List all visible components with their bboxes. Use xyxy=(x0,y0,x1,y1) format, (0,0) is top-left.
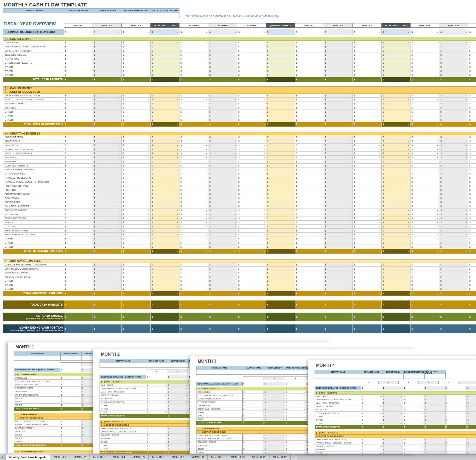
total-row-label[interactable]: TOTAL OPERATING EXPENSES xyxy=(3,249,64,254)
grid-cell[interactable]: $- xyxy=(467,448,476,451)
row-label[interactable]: OTHER xyxy=(100,444,146,447)
grid-cell[interactable]: $- xyxy=(439,263,468,267)
grid-cell[interactable]: $- xyxy=(208,225,237,229)
info-input-cell[interactable] xyxy=(3,13,64,18)
grid-cell[interactable]: $- xyxy=(208,212,237,216)
column-header[interactable]: MONTH 7 xyxy=(295,23,324,28)
grid-cell[interactable]: $- xyxy=(353,77,382,82)
row-label[interactable]: TOTAL COST OF GOODS SOLD xyxy=(14,444,60,448)
grid-cell[interactable]: $- xyxy=(264,401,285,404)
grid-cell[interactable]: $- xyxy=(179,287,208,291)
grid-cell[interactable]: $- xyxy=(424,398,446,401)
grid-cell[interactable]: $- xyxy=(353,118,382,122)
grid-cell[interactable]: $- xyxy=(285,407,306,411)
grid-cell[interactable]: $- xyxy=(151,53,179,57)
grid-cell[interactable]: $- xyxy=(324,122,353,127)
grid-cell[interactable]: $- xyxy=(266,135,295,139)
grid-cell[interactable]: $- xyxy=(411,263,439,267)
grid-cell[interactable]: $- xyxy=(295,147,324,152)
grid-cell[interactable]: $- xyxy=(93,324,122,333)
grid-cell[interactable]: $- xyxy=(295,212,324,216)
grid-cell[interactable]: $- xyxy=(93,196,122,200)
grid-cell[interactable]: $- xyxy=(439,73,468,77)
row-label[interactable]: SUPPLIES xyxy=(100,437,146,440)
grid-cell[interactable]: $- xyxy=(411,225,439,229)
grid-cell[interactable]: $- xyxy=(468,212,476,216)
grid-cell[interactable]: $- xyxy=(122,110,151,114)
grid-cell[interactable]: $- xyxy=(151,102,179,106)
grid-cell[interactable]: $- xyxy=(411,212,439,216)
grid-cell[interactable]: $- xyxy=(439,249,468,254)
grid-cell[interactable]: $- xyxy=(382,415,403,418)
grid-cell[interactable]: $- xyxy=(237,144,266,148)
grid-cell[interactable]: $- xyxy=(411,45,439,49)
grid-cell[interactable]: $- xyxy=(60,404,81,407)
grid-cell[interactable]: $- xyxy=(439,118,468,122)
grid-cell[interactable]: $- xyxy=(237,245,266,249)
grid-cell[interactable]: $- xyxy=(382,275,411,279)
grid-cell[interactable]: $- xyxy=(93,249,122,254)
grid-cell[interactable]: $- xyxy=(353,122,382,127)
grid-cell[interactable]: $- xyxy=(93,188,122,192)
grid-cell[interactable]: $- xyxy=(237,200,266,204)
grid-cell[interactable]: $- xyxy=(403,386,424,390)
section-header-row[interactable]: ( – ) ADDITIONAL EXPENSES xyxy=(3,259,476,263)
grid-cell[interactable]: $- xyxy=(266,279,295,283)
grid-cell[interactable]: $- xyxy=(64,144,93,148)
grid-cell[interactable]: $- xyxy=(411,233,439,237)
grid-cell[interactable]: $- xyxy=(446,425,467,429)
grid-cell[interactable]: $- xyxy=(208,180,237,184)
row-label[interactable]: OTHER xyxy=(315,422,361,425)
sheet-tab-month-7[interactable]: MONTH 7 xyxy=(168,454,188,460)
row-label[interactable]: OTHER xyxy=(196,451,243,454)
grid-cell[interactable]: $- xyxy=(353,249,382,254)
grid-cell[interactable]: $- xyxy=(64,114,93,118)
grid-cell[interactable]: $- xyxy=(353,184,382,188)
grid-cell[interactable]: $- xyxy=(122,271,151,275)
grid-cell[interactable]: $- xyxy=(179,279,208,283)
grid-cell[interactable]: $- xyxy=(146,397,167,400)
grid-cell[interactable]: $- xyxy=(468,225,476,229)
grid-cell[interactable]: $- xyxy=(382,102,411,106)
grid-cell[interactable]: $- xyxy=(151,263,179,267)
grid-cell[interactable]: $- xyxy=(266,69,295,73)
grid-cell[interactable]: $- xyxy=(151,69,179,73)
grid-cell[interactable]: $- xyxy=(243,434,264,437)
grid-cell[interactable]: $- xyxy=(64,122,93,127)
grid-cell[interactable]: $- xyxy=(324,283,353,287)
grid-cell[interactable]: $- xyxy=(353,41,382,45)
grid-cell[interactable]: $- xyxy=(93,41,122,45)
grid-cell[interactable]: $- xyxy=(237,164,266,168)
grid-cell[interactable]: $- xyxy=(151,94,179,98)
grid-cell[interactable]: $- xyxy=(411,267,439,271)
grid-cell[interactable]: $- xyxy=(285,421,306,425)
grid-cell[interactable]: $- xyxy=(179,263,208,267)
grid-cell[interactable]: $- xyxy=(266,147,295,152)
grid-cell[interactable]: $- xyxy=(146,394,167,397)
grid-cell[interactable]: $- xyxy=(179,216,208,221)
row-label[interactable]: OTHER xyxy=(3,237,64,241)
grid-cell[interactable]: $- xyxy=(93,118,122,122)
row-label[interactable]: OTHER xyxy=(14,437,60,440)
grid-cell[interactable]: $- xyxy=(468,200,476,204)
grid-cell[interactable]: $- xyxy=(122,200,151,204)
grid-cell[interactable]: $- xyxy=(60,387,81,390)
grid-cell[interactable]: $- xyxy=(324,110,353,114)
grid-cell[interactable]: $- xyxy=(411,324,439,333)
grid-cell[interactable]: $- xyxy=(353,324,382,333)
row-label[interactable]: PAYROLL TAXES / BENEFITS - DIRECT xyxy=(196,437,243,440)
grid-cell[interactable]: $- xyxy=(468,29,476,35)
grid-cell[interactable]: $- xyxy=(353,216,382,221)
row-label[interactable]: CUSTOMER ACCOUNT COLLECTIONS xyxy=(315,398,361,401)
grid-cell[interactable]: $- xyxy=(382,229,411,233)
grid-cell[interactable]: $- xyxy=(122,291,151,296)
grid-cell[interactable]: $- xyxy=(151,180,179,184)
grid-cell[interactable]: $- xyxy=(151,172,179,176)
grid-cell[interactable]: $- xyxy=(361,451,382,454)
row-label[interactable]: OTHER xyxy=(14,400,60,403)
grid-cell[interactable]: $- xyxy=(439,271,468,275)
grid-cell[interactable]: $- xyxy=(424,401,446,405)
column-header[interactable]: MONTH 8 xyxy=(324,23,353,28)
grid-cell[interactable]: $- xyxy=(122,176,151,180)
grid-cell[interactable]: $- xyxy=(411,275,439,279)
